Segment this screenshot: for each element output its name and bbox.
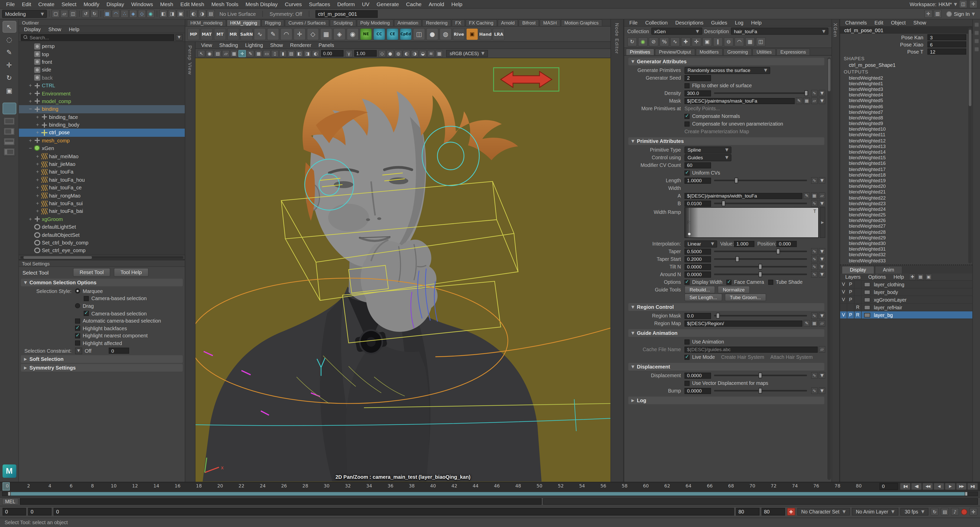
separator[interactable] — [185, 10, 189, 18]
output-node-blendweighted1[interactable]: blendWeighted1 — [849, 81, 972, 86]
symmetry-label[interactable]: Symmetry: Off — [269, 11, 302, 17]
xgen-preview-toggle-icon[interactable]: ◉ — [638, 37, 648, 46]
lattice-button[interactable]: ▦ — [320, 28, 332, 40]
create-param-map-link[interactable]: Create Parameterization Map — [684, 129, 749, 134]
taper-start-map-button[interactable]: ∿ — [811, 256, 818, 262]
density-field[interactable]: 300.0 — [684, 90, 711, 96]
output-node-blendweighted33[interactable]: blendWeighted33 — [849, 258, 972, 263]
colorspace-dropdown[interactable]: sRGB (ACES) ▼ — [446, 50, 488, 57]
separator[interactable] — [99, 10, 103, 18]
output-node-blendweighted6[interactable]: blendWeighted6 — [849, 103, 972, 109]
anim-start-field[interactable]: 0 — [28, 508, 52, 516]
viewport-menu-view[interactable]: View — [197, 42, 216, 48]
safe-action-icon[interactable]: ◧ — [296, 50, 303, 57]
workspace-gear-icon[interactable]: ✛ — [969, 0, 977, 8]
attach-hair-system-link[interactable]: Attach Hair System — [770, 354, 813, 360]
symmetry-settings-section[interactable]: ▶Symmetry Settings — [21, 364, 183, 372]
separator[interactable] — [48, 10, 51, 18]
shelf-tab-mash[interactable]: MASH — [540, 19, 560, 26]
mask-folder-button[interactable]: ▱ — [811, 97, 818, 104]
set-key-icon[interactable]: ✚ — [787, 508, 795, 516]
reset-tool-button[interactable]: Reset Tool — [73, 268, 110, 277]
resolution-gate-icon[interactable]: ▯ — [271, 50, 279, 57]
soft-selection-section[interactable]: ▶Soft Selection — [21, 355, 183, 363]
orange-tool-button[interactable]: ▣ — [466, 28, 478, 40]
expand-toggle-icon[interactable]: + — [35, 193, 40, 198]
region-map-paint-button[interactable]: ✎ — [803, 320, 810, 326]
outliner-item-xggroom[interactable]: +xgGroom — [19, 215, 185, 223]
xgen-export-icon[interactable]: ◫ — [756, 37, 765, 46]
xgen-comb-icon[interactable]: ∥ — [713, 37, 723, 46]
shelf-tab-bifrost[interactable]: Bifrost — [519, 19, 539, 26]
layer-visibility-toggle[interactable]: V — [840, 311, 847, 318]
make-live-icon[interactable]: ◉ — [146, 10, 155, 18]
bookmark-icon[interactable]: ▱ — [222, 50, 230, 57]
normalize-button[interactable]: Normalize — [718, 286, 750, 293]
region-map-checker-button[interactable]: ▦ — [811, 320, 818, 326]
field-chart-icon[interactable]: ▤ — [287, 50, 295, 57]
range-slider[interactable] — [2, 492, 978, 496]
lock-camera-icon[interactable]: ◉ — [206, 50, 213, 57]
go-to-end-button[interactable]: ▶▮ — [967, 482, 978, 490]
camera-attributes-icon[interactable]: ▤ — [214, 50, 221, 57]
channel-attr-value[interactable]: 3 — [928, 34, 966, 40]
graph-editor-button[interactable]: ◫ — [413, 28, 425, 40]
expand-toggle-icon[interactable]: + — [28, 99, 33, 103]
xgen-menu-descriptions[interactable]: Descriptions — [672, 20, 707, 25]
sign-in-button[interactable]: Sign In ▼ — [943, 11, 978, 17]
persp-view-tab[interactable]: Persp View — [185, 42, 196, 482]
density-map-button[interactable]: ∿ — [811, 90, 818, 97]
expand-toggle-icon[interactable]: + — [28, 139, 33, 143]
layer-color-swatch[interactable] — [864, 282, 870, 287]
width-a-folder-button[interactable]: ▱ — [819, 193, 825, 199]
xgen-menu-collection[interactable]: Collection — [641, 20, 671, 25]
taper-start-field[interactable]: 0.2000 — [684, 256, 711, 262]
expand-toggle-icon[interactable]: + — [28, 217, 33, 221]
shelf-tab-rigging[interactable]: Rigging — [261, 19, 284, 26]
xgen-tab-modifiers[interactable]: Modifiers — [695, 48, 723, 55]
outliner-menu-help[interactable]: Help — [65, 27, 83, 32]
output-node-blendweighted3[interactable]: blendWeighted3 — [849, 86, 972, 92]
loop-playback-icon[interactable]: ↻ — [931, 508, 939, 516]
vector-displacement-checkbox[interactable] — [684, 381, 690, 385]
expand-toggle-icon[interactable]: + — [35, 162, 40, 166]
search-filter-dropdown[interactable]: ▼ — [176, 34, 183, 41]
marquee-radio[interactable] — [75, 289, 80, 294]
menu-edit[interactable]: Edit — [18, 0, 35, 8]
channel-attr-value[interactable]: 12 — [928, 48, 966, 55]
width-a-checker-button[interactable]: ▦ — [811, 193, 818, 199]
tilt-n-field[interactable]: 0.0000 — [684, 264, 711, 270]
highlight-affected-checkbox[interactable] — [75, 341, 80, 346]
expand-toggle-icon[interactable]: + — [35, 209, 40, 213]
expand-toggle-icon[interactable]: + — [35, 115, 40, 119]
tube-groom-button[interactable]: Tube Groom... — [725, 293, 766, 301]
film-gate-icon[interactable]: ▭ — [263, 50, 270, 57]
channel-node-name[interactable]: ctrl_m_pose_001 — [840, 27, 972, 34]
live-mode-checkbox[interactable] — [684, 355, 690, 360]
ramp-value-field[interactable]: 1.000 — [734, 240, 754, 247]
channel-box-menu-channels[interactable]: Channels — [842, 20, 870, 25]
create-hair-system-link[interactable]: Create Hair System — [721, 354, 764, 360]
mr-shelf-button[interactable]: MR — [227, 28, 239, 40]
output-node-blendweighted20[interactable]: blendWeighted20 — [849, 183, 972, 189]
menu-mesh[interactable]: Mesh — [156, 0, 177, 8]
playback-start-field[interactable]: 0 — [3, 508, 26, 516]
cache-file-field[interactable]: ${DESC}/guides.abc — [684, 346, 818, 352]
outliner-item-back[interactable]: back — [19, 74, 185, 82]
width-b-map-button[interactable]: ∿ — [811, 200, 818, 207]
around-n-field[interactable]: 0.0000 — [684, 271, 711, 277]
output-node-blendweighted27[interactable]: blendWeighted27 — [849, 224, 972, 229]
construction-history-icon[interactable]: ▣ — [177, 10, 185, 18]
expand-toggle-icon[interactable]: + — [35, 185, 40, 190]
layer-color-swatch[interactable] — [864, 290, 870, 294]
viewport-canvas[interactable]: x 2D Pan/Zoom : camera_main_test (layer_… — [196, 58, 611, 482]
xgen-tab-preview-output[interactable]: Preview/Output — [655, 48, 695, 55]
rotate-tool[interactable]: ↻ — [2, 72, 16, 84]
width-b-menu-button[interactable]: ▼ — [819, 200, 825, 207]
time-slider[interactable]: 0246810121416182022242628303234363840424… — [0, 482, 980, 490]
output-node-blendweighted23[interactable]: blendWeighted23 — [849, 201, 972, 206]
bump-field[interactable]: 0.0000 — [684, 388, 711, 394]
render-settings-icon[interactable]: ▤ — [207, 10, 215, 18]
channel-box-icon[interactable] — [974, 39, 979, 43]
playback-end-field[interactable]: 80 — [762, 508, 785, 516]
